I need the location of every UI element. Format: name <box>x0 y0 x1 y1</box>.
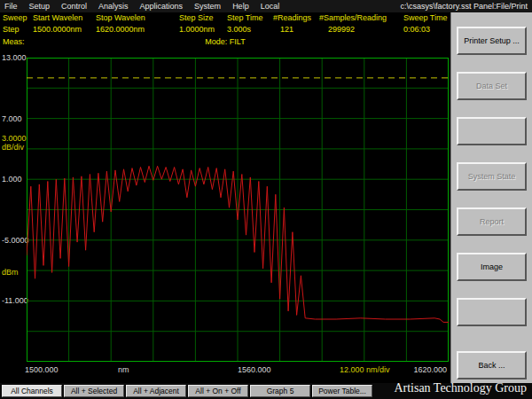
tab-all-on-off[interactable]: All + On + Off <box>188 385 248 397</box>
sweep-param-headers: Sweep Start Wavelen Stop Wavelen Step Si… <box>0 12 450 24</box>
mode-label: Mode: FILT <box>0 37 450 46</box>
button-back[interactable]: Back ... <box>457 351 527 379</box>
button-report[interactable]: Report <box>457 207 527 236</box>
button-label: Back ... <box>478 361 505 370</box>
menu-item-setup[interactable]: Setup <box>29 2 51 11</box>
plot-svg <box>27 58 449 362</box>
y-axis-tick: 7.000 <box>2 114 22 123</box>
tab-label: All + On + Off <box>195 387 240 395</box>
menu-item-control[interactable]: Control <box>61 2 87 11</box>
y-axis-tick: 1.000 <box>2 175 22 184</box>
tab-graph-5[interactable]: Graph 5 <box>250 385 310 397</box>
param-header: Start Wavelen <box>33 13 82 22</box>
tab-label: All + Selected <box>71 387 117 395</box>
x-axis-tick: 1560.000 <box>238 365 271 374</box>
menu-item-system[interactable]: System <box>194 2 221 11</box>
file-path-label: c:\csasys\factory.sst Panel:File/Print <box>401 2 528 11</box>
param-header: Step Time <box>227 13 263 22</box>
menu-bar: File Setup Control Analysis Applications… <box>0 0 532 12</box>
button-label: Report <box>480 217 504 226</box>
param-value: 0:06:03 <box>403 25 430 34</box>
param-header: Sweep <box>3 13 27 22</box>
y-axis-tick: -5.0000 <box>2 236 29 245</box>
param-header: Stop Wavelen <box>96 13 145 22</box>
y-axis-tick: 13.000 <box>2 53 27 62</box>
param-header: Step Size <box>179 13 214 22</box>
side-panel: Printer Setup ... Data Set System State … <box>450 12 532 383</box>
param-header: #Readings <box>273 13 311 22</box>
button-label: System State <box>468 172 516 181</box>
menu-item-help[interactable]: Help <box>232 2 249 11</box>
param-value: 121 <box>280 25 293 34</box>
x-axis-scale-label: 12.000 nm/div <box>340 365 390 374</box>
button-printer-setup[interactable]: Printer Setup ... <box>457 27 527 55</box>
status-row: Meas: Mode: FILT <box>0 35 450 48</box>
y-axis-scale-value: 3.0000 <box>2 134 27 143</box>
instrument-window: File Setup Control Analysis Applications… <box>0 0 532 399</box>
menu-item-analysis[interactable]: Analysis <box>98 2 129 11</box>
x-axis-unit-label: nm <box>118 365 129 374</box>
tab-all-adjacent[interactable]: All + Adjacent <box>126 385 186 397</box>
button-system-state[interactable]: System State <box>457 162 527 191</box>
button-label: Printer Setup ... <box>464 36 520 45</box>
x-axis-labels: 1500.000 nm 1560.000 12.000 nm/div 1620.… <box>0 365 450 376</box>
menu-item-local[interactable]: Local <box>261 2 280 11</box>
watermark-text: Artisan Technology Group <box>394 381 527 395</box>
param-header: #Samples/Reading <box>319 13 387 22</box>
param-value: 1500.0000nm <box>33 25 82 34</box>
plot-area <box>27 58 449 362</box>
menu-item-applications[interactable]: Applications <box>140 2 184 11</box>
button-blank-2 <box>457 298 527 326</box>
menu-item-file[interactable]: File <box>4 2 18 11</box>
button-label: Image <box>481 262 503 271</box>
y-axis-unit-label: dBm <box>2 268 19 277</box>
sweep-param-values: Step 1500.0000nm 1620.0000nm 1.0000nm 3.… <box>0 24 450 35</box>
tab-label: All Channels <box>11 387 53 395</box>
button-label: Data Set <box>476 82 507 90</box>
tab-all-channels[interactable]: All Channels <box>2 385 62 397</box>
param-value: 1.0000nm <box>179 25 215 34</box>
tab-power-table[interactable]: Power Table... <box>312 385 372 397</box>
button-blank-1 <box>457 117 527 145</box>
chart-region: 13.000 7.000 3.0000 dB/div 1.000 -5.0000… <box>0 48 450 383</box>
tab-label: Power Table... <box>318 387 366 395</box>
tab-all-selected[interactable]: All + Selected <box>64 385 124 397</box>
param-header: Sweep Time <box>403 13 448 22</box>
tab-label: All + Adjacent <box>133 387 179 395</box>
button-image[interactable]: Image <box>457 253 527 281</box>
tab-label: Graph 5 <box>267 387 294 395</box>
param-value: 299992 <box>328 25 355 34</box>
param-value: 1620.0000nm <box>96 25 145 34</box>
param-value: 3.000s <box>227 25 251 34</box>
param-value: Step <box>3 25 20 34</box>
button-data-set[interactable]: Data Set <box>457 72 527 100</box>
y-axis-tick: -11.000 <box>2 296 28 305</box>
x-axis-tick: 1500.000 <box>25 365 59 374</box>
x-axis-tick: 1620.000 <box>413 365 447 374</box>
y-axis-scale-unit: dB/div <box>2 143 24 152</box>
